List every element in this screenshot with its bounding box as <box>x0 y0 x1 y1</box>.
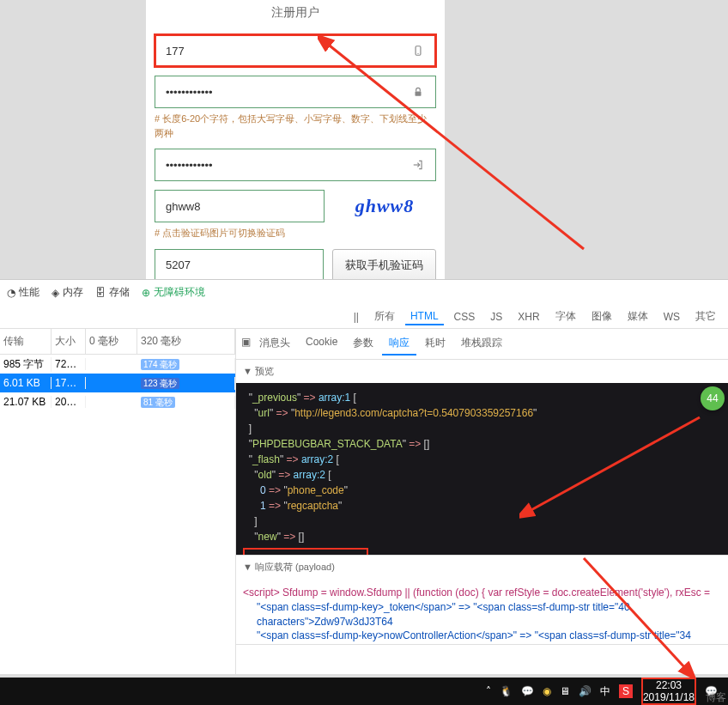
captcha-hint: # 点击验证码图片可切换验证码 <box>155 226 436 240</box>
phone-field-wrap[interactable] <box>155 34 436 67</box>
network-header: 传输 大小 0 毫秒 320 毫秒 <box>0 329 235 355</box>
filter-pause[interactable]: || <box>349 309 364 325</box>
perf-tab[interactable]: ◔ 性能 <box>7 285 39 300</box>
watermark-text: 博客 <box>706 690 726 705</box>
filter-font[interactable]: 字体 <box>550 307 581 325</box>
filter-js[interactable]: JS <box>485 309 507 325</box>
col-size[interactable]: 大小 <box>52 329 86 354</box>
phone-icon <box>411 45 425 57</box>
tab-response[interactable]: 响应 <box>382 332 416 356</box>
sms-field-wrap[interactable] <box>155 249 324 282</box>
tray-chat-icon[interactable]: 💬 <box>521 685 534 697</box>
tray-ime-icon[interactable]: S <box>619 684 633 698</box>
tray-app-icon[interactable]: 🐧 <box>500 685 513 697</box>
a11y-tab[interactable]: ⊕ 无障碍环境 <box>142 285 205 300</box>
filter-html[interactable]: HTML <box>405 308 444 325</box>
response-panel: ▣ 消息头 Cookie 参数 响应 耗时 堆栈跟踪 ▼ 预览 44 "_pre… <box>236 329 728 674</box>
tray-monitor-icon[interactable]: 🖥 <box>560 685 570 697</box>
get-sms-button[interactable]: 获取手机验证码 <box>332 249 436 282</box>
tab-timing[interactable]: 耗时 <box>418 332 452 356</box>
captcha-input[interactable] <box>166 200 313 213</box>
password-input[interactable] <box>166 86 411 99</box>
filter-xhr[interactable]: XHR <box>513 309 544 325</box>
response-tabs: ▣ 消息头 Cookie 参数 响应 耗时 堆栈跟踪 <box>236 329 728 360</box>
response-console[interactable]: 44 "_previous" => array:1 [ "url" => "ht… <box>236 383 728 555</box>
password-field-wrap[interactable] <box>155 76 436 108</box>
filter-media[interactable]: 媒体 <box>622 307 653 325</box>
svg-rect-2 <box>416 91 422 95</box>
sms-row: 获取手机验证码 <box>155 249 436 282</box>
tab-cookie[interactable]: Cookie <box>299 332 344 356</box>
status-badge: 44 <box>701 386 725 410</box>
filter-ws[interactable]: WS <box>658 309 685 325</box>
password-hint: # 长度6-20个字符，包括大写字母、小写字母、数字、下划线至少两种 <box>155 112 436 140</box>
tab-headers[interactable]: 消息头 <box>252 332 297 356</box>
preview-header[interactable]: ▼ 预览 <box>236 360 728 383</box>
lock-icon <box>411 86 425 98</box>
table-row[interactable]: 985 字节 72… 174 毫秒 <box>0 355 235 374</box>
col-t0: 0 毫秒 <box>86 329 137 354</box>
tray-lang-icon[interactable]: 中 <box>600 684 610 699</box>
register-card: 注册用户 # 长度6-20个字符，包括大写字母、小写字母、数字、下划线至少两种 <box>146 0 445 290</box>
tray-volume-icon[interactable]: 🔊 <box>579 685 592 697</box>
confirm-field-wrap[interactable] <box>155 149 436 181</box>
payload-header[interactable]: ▼ 响应载荷 (payload) <box>236 556 728 579</box>
filter-css[interactable]: CSS <box>449 309 481 325</box>
register-title: 注册用户 <box>155 0 436 26</box>
tab-stack[interactable]: 堆栈跟踪 <box>454 332 509 356</box>
storage-tab[interactable]: 🗄 存储 <box>95 285 130 300</box>
login-icon <box>411 159 425 171</box>
captcha-field-wrap[interactable] <box>155 190 325 222</box>
confirm-input[interactable] <box>166 159 411 172</box>
filter-other[interactable]: 其它 <box>690 307 721 325</box>
table-row[interactable]: 6.01 KB 17… 123 毫秒 <box>0 374 235 392</box>
phone-input[interactable] <box>166 45 411 58</box>
tab-params[interactable]: 参数 <box>346 332 380 356</box>
filter-bar: || 所有 HTML CSS JS XHR 字体 图像 媒体 WS 其它 <box>0 305 728 329</box>
taskbar-clock[interactable]: 22:03 2019/11/18 <box>641 678 696 705</box>
col-transfer[interactable]: 传输 <box>0 329 52 354</box>
col-t1: 320 毫秒 <box>137 329 235 354</box>
tray-up-icon[interactable]: ˄ <box>486 685 491 697</box>
tray-sync-icon[interactable]: ◉ <box>543 685 551 697</box>
sms-input[interactable] <box>166 258 312 271</box>
filter-img[interactable]: 图像 <box>586 307 617 325</box>
captcha-image[interactable]: ghww8 <box>333 190 436 222</box>
memory-tab[interactable]: ◈ 内存 <box>52 285 83 300</box>
windows-taskbar: ˄ 🐧 💬 ◉ 🖥 🔊 中 S 22:03 2019/11/18 💬 博客 <box>0 678 728 705</box>
filter-all[interactable]: 所有 <box>369 307 400 325</box>
devtools-toolbar: ◔ 性能 ◈ 内存 🗄 存储 ⊕ 无障碍环境 <box>0 279 728 305</box>
network-list: 传输 大小 0 毫秒 320 毫秒 985 字节 72… 174 毫秒 6.01… <box>0 329 236 674</box>
page-top: 注册用户 # 长度6-20个字符，包括大写字母、小写字母、数字、下划线至少两种 <box>0 0 728 305</box>
table-row[interactable]: 21.07 KB 20… 81 毫秒 <box>0 392 235 411</box>
captcha-row: ghww8 <box>155 190 436 222</box>
payload-body[interactable]: <script> Sfdump = window.Sfdump || (func… <box>236 579 728 644</box>
devtools-panel: || 所有 HTML CSS JS XHR 字体 图像 媒体 WS 其它 传输 … <box>0 305 728 674</box>
